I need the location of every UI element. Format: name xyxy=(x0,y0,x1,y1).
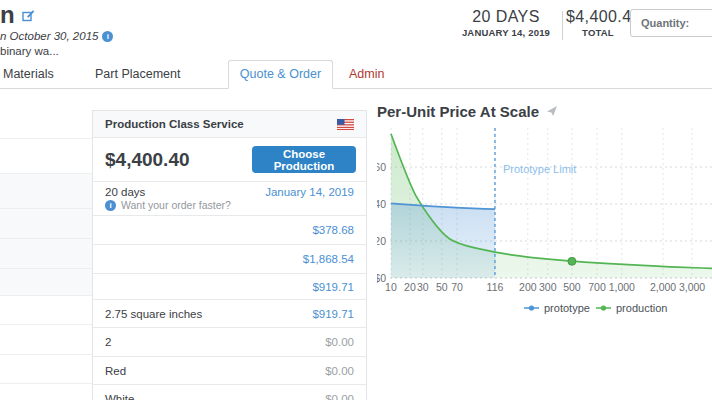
info-icon[interactable]: i xyxy=(102,31,113,42)
header-divider xyxy=(562,11,563,40)
quantity-label: Quantity: xyxy=(631,17,697,29)
legend-dot xyxy=(601,305,606,310)
line-item-value[interactable]: $919.71 xyxy=(312,308,354,320)
x-tick-label: 50 xyxy=(436,281,448,293)
tab-materials[interactable]: Materials xyxy=(3,60,54,88)
quote-line-item: 2.75 square inches$919.71 xyxy=(93,300,366,328)
production-service-card: Production Class Service $4,400.40 Choos… xyxy=(92,110,367,400)
edit-title-icon[interactable] xyxy=(22,8,35,26)
quote-and-order-page: { "header": { "title_fragment": "n", "da… xyxy=(0,0,712,400)
created-date-line: n October 30, 2015i xyxy=(0,30,113,42)
cutoff-row xyxy=(0,384,92,400)
x-tick-label: 700 xyxy=(588,281,606,293)
lead-time-days: 20 DAYS xyxy=(458,8,554,26)
price-row: $4,400.40 Choose Production xyxy=(93,138,366,182)
y-tick-label: $60 xyxy=(377,161,386,173)
x-tick-label: 3,000 xyxy=(679,281,705,293)
cutoff-table-strip xyxy=(0,110,92,400)
tab-bar: MaterialsPart PlacementQuote & OrderAdmi… xyxy=(0,60,712,89)
x-tick-label: 1,000 xyxy=(609,281,635,293)
lead-time-date: JANUARY 14, 2019 xyxy=(458,27,554,38)
prototype-limit-label: Prototype Limit xyxy=(503,163,576,175)
info-icon: i xyxy=(105,200,116,211)
cutoff-row xyxy=(0,174,92,209)
quantity-box: Quantity: xyxy=(630,9,712,37)
us-flag-icon xyxy=(337,119,354,130)
line-item-label: White xyxy=(105,393,134,400)
faster-order-text: Want your order faster? xyxy=(121,199,231,211)
quote-line-item: White$0.00 xyxy=(93,385,366,400)
card-header: Production Class Service xyxy=(93,111,366,138)
production-marker xyxy=(568,257,576,265)
card-price: $4,400.40 xyxy=(105,149,190,171)
cutoff-row xyxy=(0,139,92,174)
prototype-area xyxy=(391,203,495,278)
total-amount: $4,400.40 xyxy=(566,8,630,26)
line-item-label: 2.75 square inches xyxy=(105,308,202,320)
quote-line-item: Red$0.00 xyxy=(93,357,366,385)
total-summary: $4,400.40 TOTAL xyxy=(566,8,630,38)
x-tick-label: 200 xyxy=(519,281,537,293)
x-tick-label: 30 xyxy=(417,281,429,293)
cutoff-row xyxy=(0,325,92,355)
lead-time-summary: 20 DAYS JANUARY 14, 2019 xyxy=(458,8,554,38)
y-tick-label: $20 xyxy=(377,235,386,247)
chart-title-text: Per-Unit Price At Scale xyxy=(377,103,539,120)
line-item-label: Red xyxy=(105,365,126,377)
tab-part-placement[interactable]: Part Placement xyxy=(95,60,180,88)
description-fragment: binary wa... xyxy=(0,45,59,57)
cutoff-row xyxy=(0,209,92,239)
legend-label-production[interactable]: production xyxy=(616,302,667,314)
tab-quote-order[interactable]: Quote & Order xyxy=(228,60,333,89)
page-title-fragment: n xyxy=(0,1,15,29)
tab-admin[interactable]: Admin xyxy=(349,60,384,88)
x-tick-label: 300 xyxy=(539,281,557,293)
legend-dot xyxy=(529,305,534,310)
quote-line-item: $378.68 xyxy=(93,216,366,245)
faster-order-link[interactable]: i Want your order faster? xyxy=(105,199,265,211)
line-item-value: $0.00 xyxy=(325,365,354,377)
choose-production-button[interactable]: Choose Production xyxy=(252,146,356,173)
rocket-icon xyxy=(546,103,558,120)
ship-date-link[interactable]: January 14, 2019 xyxy=(265,186,354,215)
quantity-input[interactable] xyxy=(697,16,712,30)
x-tick-label: 20 xyxy=(404,281,416,293)
cutoff-row xyxy=(0,239,92,269)
card-title: Production Class Service xyxy=(105,118,244,130)
cutoff-row xyxy=(0,110,92,139)
line-item-value[interactable]: $1,868.54 xyxy=(303,253,354,265)
per-unit-price-chart: $0$20$40$6010203050701162003005007001,00… xyxy=(377,120,712,320)
quote-line-item: $919.71 xyxy=(93,274,366,300)
x-tick-label: 2,000 xyxy=(650,281,676,293)
cutoff-row xyxy=(0,355,92,384)
line-item-value: $0.00 xyxy=(325,336,354,348)
line-item-value[interactable]: $378.68 xyxy=(312,224,354,236)
chart-title: Per-Unit Price At Scale xyxy=(377,103,558,120)
x-tick-label: 10 xyxy=(385,281,397,293)
y-tick-label: $40 xyxy=(377,198,386,210)
line-item-label: 2 xyxy=(105,336,111,348)
total-label: TOTAL xyxy=(566,27,630,38)
legend-label-prototype[interactable]: prototype xyxy=(544,302,590,314)
quote-line-item: 2$0.00 xyxy=(93,328,366,357)
lead-days-label: 20 days xyxy=(105,186,265,198)
created-date-text: n October 30, 2015 xyxy=(0,30,98,42)
quote-line-item: $1,868.54 xyxy=(93,245,366,274)
x-tick-label: 116 xyxy=(487,281,504,293)
line-item-value: $0.00 xyxy=(325,393,354,400)
line-item-value[interactable]: $919.71 xyxy=(312,281,354,293)
lead-time-row: 20 days i Want your order faster? Januar… xyxy=(93,182,366,216)
x-tick-label: 70 xyxy=(451,281,463,293)
cutoff-row xyxy=(0,269,92,296)
x-tick-label: 500 xyxy=(563,281,581,293)
cutoff-row xyxy=(0,296,92,325)
